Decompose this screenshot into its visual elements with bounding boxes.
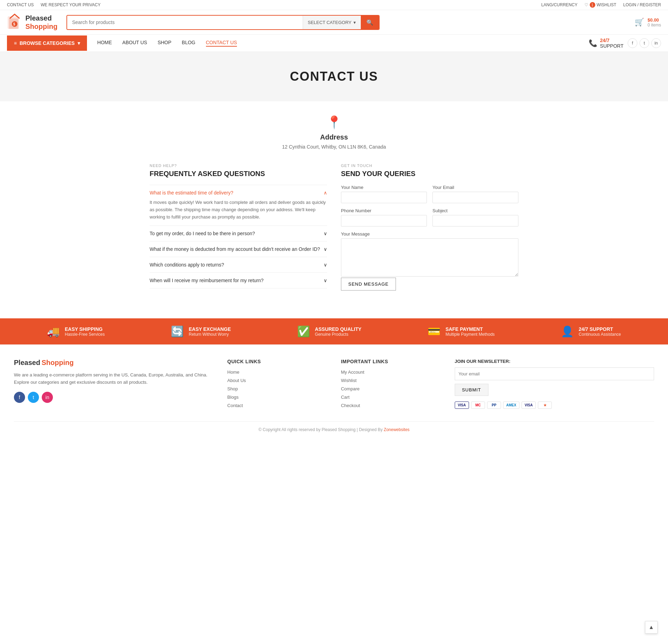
footer-instagram-icon[interactable]: in xyxy=(42,392,53,403)
search-button[interactable]: 🔍 xyxy=(361,16,379,29)
faq-question-text-4: Which conditions apply to returns? xyxy=(150,262,224,268)
faq-question-4[interactable]: Which conditions apply to returns? ∨ xyxy=(150,262,327,268)
facebook-icon[interactable]: f xyxy=(628,38,637,48)
important-links-list: My Account Wishlist Compare Cart Checkou… xyxy=(341,369,441,408)
email-group: Your Email xyxy=(432,185,518,203)
faq-item-1: What is the estimated time of delivery? … xyxy=(150,185,327,225)
phone-label: Phone Number xyxy=(341,208,427,213)
list-item: Home xyxy=(227,369,327,375)
form-column: GET IN TOUCH SEND YOUR QUERIES Your Name… xyxy=(341,164,518,291)
message-textarea[interactable] xyxy=(341,238,518,277)
nav-right: 📞 24/7 SUPPORT f t in xyxy=(589,38,661,49)
faq-question-3[interactable]: What if the money is deducted from my ac… xyxy=(150,246,327,252)
important-link-account[interactable]: My Account xyxy=(341,369,364,375)
nav-shop[interactable]: SHOP xyxy=(158,40,172,47)
quick-link-about[interactable]: About Us xyxy=(227,378,246,383)
feature-quality-name: ASSURED QUALITY xyxy=(315,326,361,332)
nav-home[interactable]: HOME xyxy=(97,40,112,47)
login-register[interactable]: LOGIN / REGISTER xyxy=(623,2,661,7)
search-bar: SELECT CATEGORY ▾ 🔍 xyxy=(66,15,380,30)
search-input[interactable] xyxy=(67,16,302,29)
quick-link-home[interactable]: Home xyxy=(227,369,239,375)
quick-link-shop[interactable]: Shop xyxy=(227,386,238,391)
quality-icon: ✅ xyxy=(297,325,310,337)
nav-blog[interactable]: BLOG xyxy=(182,40,196,47)
page-title: CONTACT US xyxy=(7,69,661,84)
important-link-cart[interactable]: Cart xyxy=(341,395,350,400)
phone-icon: 📞 xyxy=(589,39,597,47)
nav-about[interactable]: ABOUT US xyxy=(122,40,147,47)
faq-question-text-1: What is the estimated time of delivery? xyxy=(150,190,233,196)
browse-categories-button[interactable]: ≡ BROWSE CATEGORIES ▾ xyxy=(7,35,87,51)
important-link-checkout[interactable]: Checkout xyxy=(341,403,360,408)
email-input[interactable] xyxy=(432,192,518,203)
faq-item-4: Which conditions apply to returns? ∨ xyxy=(150,257,327,272)
wishlist-link[interactable]: ♡ 1 WISHLIST xyxy=(584,2,617,8)
chevron-down-icon: ▾ xyxy=(353,20,356,25)
send-message-button[interactable]: SEND MESSAGE xyxy=(341,278,396,291)
footer-facebook-icon[interactable]: f xyxy=(14,392,25,403)
top-bar-left: CONTACT US WE RESPECT YOUR PRIVACY xyxy=(7,2,101,7)
footer-social: f t in xyxy=(14,392,213,403)
newsletter-title: JOIN OUR NEWSLETTER: xyxy=(455,359,654,364)
top-bar-right: LANG/CURRENCY ♡ 1 WISHLIST LOGIN / REGIS… xyxy=(541,2,661,8)
footer-bottom: © Copyright All rights reserved by Pleas… xyxy=(14,421,654,432)
newsletter-submit-button[interactable]: SUBMIT xyxy=(455,384,488,396)
contact-columns: NEED HELP? FREQUENTLY ASKED QUESTIONS Wh… xyxy=(150,164,518,291)
support-label: 24/7 xyxy=(600,38,623,43)
other-payment-badge: ★ xyxy=(538,401,552,409)
address-title: Address xyxy=(150,133,518,141)
footer-logo-pleased: Pleased xyxy=(14,359,40,366)
faq-question-5[interactable]: When will I receive my reimbursement for… xyxy=(150,278,327,283)
faq-question-1[interactable]: What is the estimated time of delivery? … xyxy=(150,190,327,196)
faq-question-2[interactable]: To get my order, do I need to be there i… xyxy=(150,231,327,236)
contact-us-link[interactable]: CONTACT US xyxy=(7,2,34,7)
cart-text: $0.00 0 items xyxy=(647,17,661,27)
logo-pleased: Pleased xyxy=(25,14,57,22)
cart-icon: 🛒 xyxy=(635,18,644,27)
select-category[interactable]: SELECT CATEGORY ▾ xyxy=(303,16,361,29)
instagram-icon[interactable]: in xyxy=(651,38,661,48)
subject-input[interactable] xyxy=(432,215,518,226)
name-input[interactable] xyxy=(341,192,427,203)
faq-item-3: What if the money is deducted from my ac… xyxy=(150,241,327,257)
important-link-compare[interactable]: Compare xyxy=(341,386,359,391)
feature-payment-text: SAFE PAYMENT Multiple Payment Methods xyxy=(445,326,494,337)
features-bar: 🚚 EASY SHIPPING Hassle-Free Services 🔄 E… xyxy=(0,318,668,344)
feature-payment: 💳 SAFE PAYMENT Multiple Payment Methods xyxy=(428,325,494,337)
footer-logo-shopping: Shopping xyxy=(42,359,74,366)
privacy-link[interactable]: WE RESPECT YOUR PRIVACY xyxy=(41,2,101,7)
faq-toggle-2: ∨ xyxy=(324,231,327,236)
footer: Pleased Shopping We are a leading e-comm… xyxy=(0,344,668,439)
phone-input[interactable] xyxy=(341,215,427,226)
cart-area[interactable]: 🛒 $0.00 0 items xyxy=(633,16,661,29)
select-category-label: SELECT CATEGORY xyxy=(308,20,352,25)
newsletter-input[interactable] xyxy=(455,367,654,380)
lang-currency[interactable]: LANG/CURRENCY xyxy=(541,2,578,7)
feature-support: 👤 24/7 SUPPORT Continuous Assistance xyxy=(561,325,621,337)
list-item: Checkout xyxy=(341,403,441,408)
footer-twitter-icon[interactable]: t xyxy=(28,392,39,403)
contact-section: 📍 Address 12 Cynthia Court, Whitby, ON L… xyxy=(143,101,525,304)
wishlist-label: WISHLIST xyxy=(597,2,617,7)
nav-contact[interactable]: CONTACT US xyxy=(206,40,237,47)
feature-shipping-name: EASY SHIPPING xyxy=(65,326,105,332)
footer-logo: Pleased Shopping xyxy=(14,359,213,367)
faq-question-text-2: To get my order, do I need to be there i… xyxy=(150,231,255,236)
feature-payment-name: SAFE PAYMENT xyxy=(445,326,494,332)
important-link-wishlist[interactable]: Wishlist xyxy=(341,378,357,383)
designer-link[interactable]: Zonewebsites xyxy=(384,427,409,432)
subject-group: Subject xyxy=(432,208,518,226)
quick-link-blogs[interactable]: Blogs xyxy=(227,395,239,400)
hero-banner: CONTACT US xyxy=(0,52,668,101)
message-group: Your Message xyxy=(341,231,518,278)
logo-icon: $ xyxy=(7,14,23,31)
list-item: Wishlist xyxy=(341,377,441,383)
quick-link-contact[interactable]: Contact xyxy=(227,403,243,408)
twitter-icon[interactable]: t xyxy=(639,38,649,48)
phone-group: Phone Number xyxy=(341,208,427,226)
wishlist-count: 1 xyxy=(590,2,595,8)
logo[interactable]: $ Pleased Shopping xyxy=(7,14,57,31)
faq-toggle-5: ∨ xyxy=(324,278,327,283)
nav-bar: ≡ BROWSE CATEGORIES ▾ HOME ABOUT US SHOP… xyxy=(0,34,668,52)
